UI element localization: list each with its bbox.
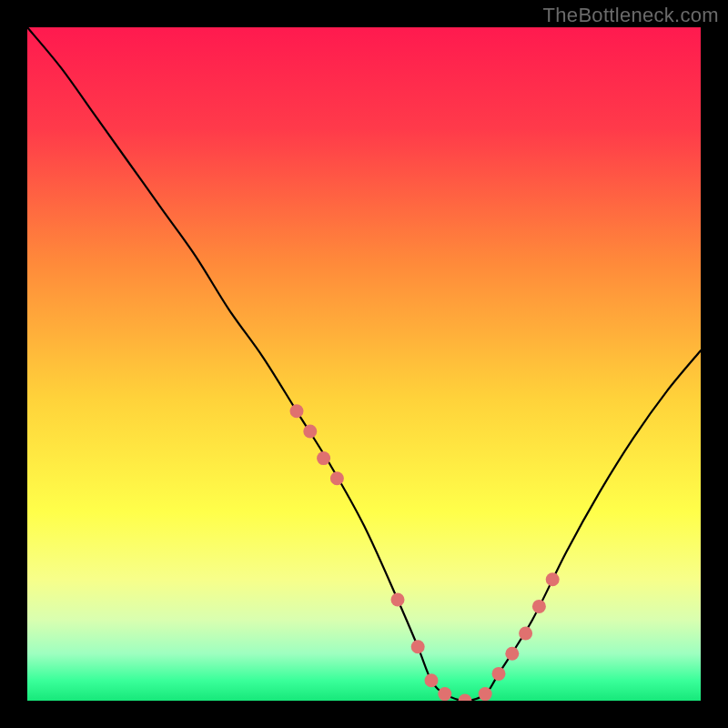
chart-container: TheBottleneck.com [0, 0, 728, 728]
highlight-point [492, 667, 506, 681]
highlight-point [330, 471, 344, 485]
highlight-point [425, 673, 439, 687]
highlight-point [532, 600, 546, 613]
watermark-text: TheBottleneck.com [543, 4, 719, 27]
curve-layer [27, 27, 701, 701]
highlight-point [391, 593, 405, 607]
highlight-markers [290, 404, 560, 701]
highlight-point [411, 640, 425, 653]
highlight-point [519, 627, 532, 641]
highlight-point [438, 687, 451, 701]
highlight-point [505, 647, 519, 661]
highlight-point [290, 404, 304, 418]
highlight-point [303, 425, 317, 439]
highlight-point [546, 572, 560, 586]
highlight-point [479, 687, 492, 701]
highlight-point [459, 694, 472, 702]
plot-area [27, 27, 701, 701]
bottleneck-curve [27, 27, 701, 701]
highlight-point [317, 451, 330, 465]
